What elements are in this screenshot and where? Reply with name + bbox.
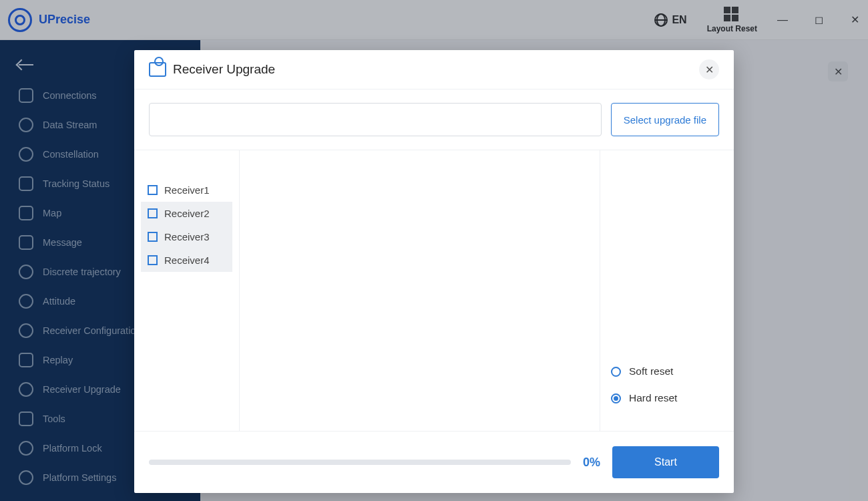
- soft-reset-radio[interactable]: Soft reset: [611, 365, 723, 377]
- receiver-label: Receiver1: [164, 184, 210, 196]
- reset-label: Soft reset: [629, 365, 673, 377]
- receiver-checkbox-1[interactable]: Receiver1: [141, 178, 232, 202]
- start-button[interactable]: Start: [612, 446, 719, 478]
- modal-title: Receiver Upgrade: [149, 62, 275, 77]
- file-select-row: Select upgrade file: [134, 90, 734, 150]
- modal-center-panel: [240, 150, 600, 431]
- hard-reset-radio[interactable]: Hard reset: [611, 392, 723, 404]
- reset-label: Hard reset: [629, 392, 677, 404]
- upgrade-file-input[interactable]: [149, 103, 602, 136]
- progress-percent: 0%: [583, 456, 600, 470]
- checkbox-icon: [148, 232, 158, 242]
- checkbox-icon: [148, 255, 158, 265]
- modal-close-button[interactable]: ✕: [699, 59, 719, 79]
- receiver-checkbox-2[interactable]: Receiver2: [141, 202, 232, 225]
- progress-bar: [149, 460, 571, 465]
- radio-selected-icon: [611, 393, 621, 403]
- receiver-label: Receiver4: [164, 255, 210, 266]
- select-file-button[interactable]: Select upgrade file: [611, 103, 719, 136]
- upgrade-icon: [149, 62, 166, 77]
- receiver-checkbox-3[interactable]: Receiver3: [141, 225, 232, 248]
- receiver-upgrade-modal: Receiver Upgrade ✕ Select upgrade file R…: [134, 50, 734, 493]
- modal-overlay: Receiver Upgrade ✕ Select upgrade file R…: [0, 0, 868, 501]
- receiver-list: Receiver1 Receiver2 Receiver3 Receiver4: [134, 150, 240, 431]
- reset-options-panel: Soft reset Hard reset: [600, 150, 734, 431]
- receiver-label: Receiver2: [164, 208, 210, 219]
- modal-title-text: Receiver Upgrade: [173, 62, 275, 77]
- receiver-checkbox-4[interactable]: Receiver4: [141, 248, 232, 272]
- modal-body: Receiver1 Receiver2 Receiver3 Receiver4 …: [134, 150, 734, 431]
- checkbox-icon: [148, 185, 158, 195]
- receiver-label: Receiver3: [164, 231, 210, 242]
- modal-footer: 0% Start: [134, 431, 734, 493]
- checkbox-icon: [148, 208, 158, 218]
- radio-icon: [611, 367, 621, 377]
- modal-header: Receiver Upgrade ✕: [134, 50, 734, 90]
